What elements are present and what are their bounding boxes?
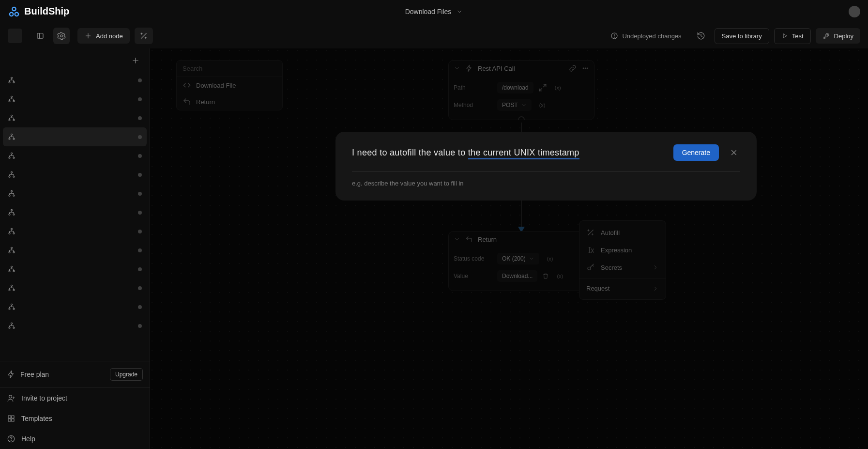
deploy-button[interactable]: Deploy xyxy=(816,28,860,44)
save-label: Save to library xyxy=(722,32,762,40)
logo-icon xyxy=(8,5,20,18)
deploy-label: Deploy xyxy=(834,32,853,40)
status-dot xyxy=(138,305,142,309)
svg-rect-3 xyxy=(37,33,43,39)
autofill-dialog: I need to autofill the value to the curr… xyxy=(335,132,757,201)
undeployed-status: Undeployed changes xyxy=(605,29,687,43)
workflow-color-swatch[interactable] xyxy=(8,29,22,43)
tree-icon xyxy=(7,321,16,331)
tree-icon xyxy=(7,94,16,104)
status-dot xyxy=(138,135,142,139)
workflow-list-item[interactable] xyxy=(3,279,147,297)
play-icon xyxy=(781,32,788,39)
svg-rect-62 xyxy=(12,419,14,421)
close-dialog-button[interactable] xyxy=(728,146,740,159)
tree-icon xyxy=(7,151,16,161)
tree-icon xyxy=(7,227,16,236)
save-to-library-button[interactable]: Save to library xyxy=(715,28,769,44)
workflow-list-item[interactable] xyxy=(3,241,147,260)
tree-icon xyxy=(7,208,16,217)
templates-link[interactable]: Templates xyxy=(0,408,150,429)
help-icon xyxy=(7,434,15,443)
help-link[interactable]: Help xyxy=(0,429,150,449)
brand-logo[interactable]: BuildShip xyxy=(8,5,69,18)
invite-label: Invite to project xyxy=(21,394,67,402)
workflow-list-item[interactable] xyxy=(3,146,147,165)
add-node-button[interactable]: Add node xyxy=(77,28,130,44)
svg-point-11 xyxy=(827,34,828,35)
workflow-list-item[interactable] xyxy=(3,108,147,127)
plus-icon xyxy=(131,56,140,65)
workflow-list-item[interactable] xyxy=(3,222,147,241)
workflow-list-item[interactable] xyxy=(3,260,147,279)
gear-icon xyxy=(57,31,66,40)
svg-rect-59 xyxy=(8,416,11,418)
autofill-prompt-input[interactable]: I need to autofill the value to the curr… xyxy=(352,147,665,158)
workflow-list-item[interactable] xyxy=(3,184,147,203)
workflow-title[interactable]: Download Files xyxy=(405,8,452,15)
tree-icon xyxy=(7,170,16,180)
workflow-list-item[interactable] xyxy=(3,71,147,90)
chevron-down-icon[interactable] xyxy=(456,8,463,15)
settings-button[interactable] xyxy=(53,28,70,44)
svg-point-64 xyxy=(11,440,12,441)
status-dot xyxy=(138,116,142,120)
tree-icon xyxy=(7,189,16,199)
test-button[interactable]: Test xyxy=(774,28,811,44)
generate-button[interactable]: Generate xyxy=(673,144,719,161)
svg-point-56 xyxy=(9,395,12,398)
tree-icon xyxy=(7,264,16,274)
history-button[interactable] xyxy=(692,27,710,45)
status-dot xyxy=(138,230,142,233)
workflow-list-item[interactable] xyxy=(3,316,147,335)
upgrade-button[interactable]: Upgrade xyxy=(110,368,143,381)
tree-icon xyxy=(7,76,16,85)
svg-point-0 xyxy=(12,7,15,10)
close-icon xyxy=(730,148,738,157)
undeployed-label: Undeployed changes xyxy=(622,32,681,40)
modal-backdrop[interactable] xyxy=(150,48,868,449)
status-dot xyxy=(138,324,142,328)
rocket-icon xyxy=(822,32,830,40)
bolt-icon xyxy=(7,370,15,379)
dialog-hint: e.g. describe the value you want to fill… xyxy=(352,180,740,187)
templates-icon xyxy=(7,414,15,423)
avatar[interactable] xyxy=(849,6,860,17)
status-dot xyxy=(138,154,142,158)
brand-name: BuildShip xyxy=(24,6,69,17)
tree-icon xyxy=(7,246,16,255)
sparkle-icon xyxy=(139,31,148,40)
invite-link[interactable]: Invite to project xyxy=(0,388,150,408)
test-label: Test xyxy=(792,32,804,40)
history-icon xyxy=(697,31,705,40)
workflow-list-item-active[interactable] xyxy=(3,127,147,146)
svg-point-10 xyxy=(614,37,615,38)
svg-rect-61 xyxy=(8,419,11,421)
status-dot xyxy=(138,248,142,252)
plan-label: Free plan xyxy=(20,371,49,378)
tree-icon xyxy=(7,283,16,293)
status-dot xyxy=(138,286,142,290)
status-dot xyxy=(138,192,142,196)
ai-sparkle-button[interactable] xyxy=(135,28,153,44)
tree-icon xyxy=(7,302,16,312)
status-dot xyxy=(138,173,142,177)
warning-icon xyxy=(610,32,618,40)
status-dot xyxy=(138,78,142,82)
svg-point-1 xyxy=(10,12,13,15)
user-plus-icon xyxy=(7,394,15,403)
tree-icon xyxy=(7,113,16,123)
plus-icon xyxy=(84,32,92,40)
workflow-list-item[interactable] xyxy=(3,165,147,184)
add-node-label: Add node xyxy=(96,32,123,40)
add-workflow-button[interactable] xyxy=(127,52,144,69)
panel-toggle-button[interactable] xyxy=(32,28,48,44)
workflow-list-item[interactable] xyxy=(3,297,147,316)
tree-icon xyxy=(7,132,16,142)
workflow-list-item[interactable] xyxy=(3,203,147,222)
workflow-list-item[interactable] xyxy=(3,90,147,108)
status-dot xyxy=(138,97,142,101)
panel-icon xyxy=(36,31,45,40)
help-label: Help xyxy=(21,435,35,443)
separator xyxy=(352,171,740,172)
